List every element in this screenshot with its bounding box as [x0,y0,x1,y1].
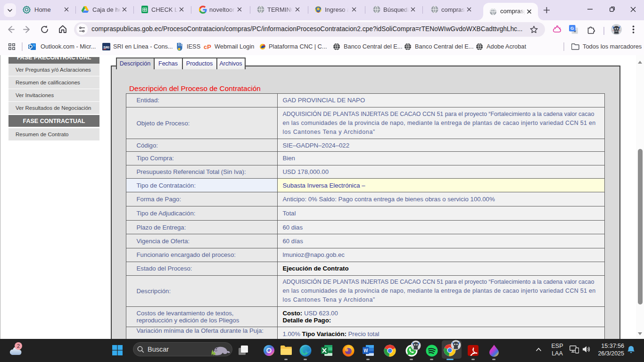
svg-text:cP: cP [204,43,211,50]
svg-text:G: G [570,25,574,31]
svg-text:SRI: SRI [103,45,109,49]
